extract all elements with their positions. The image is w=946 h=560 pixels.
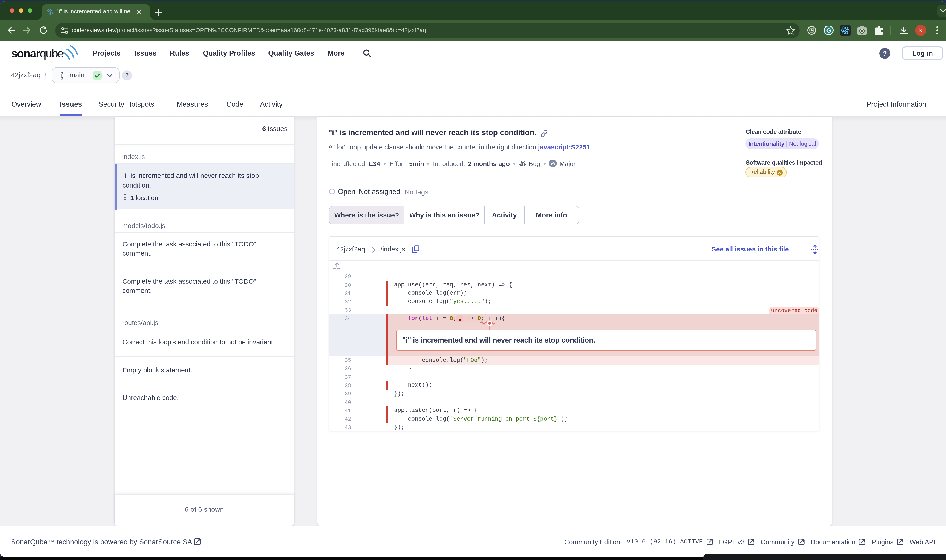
svg-text:G: G [826, 27, 831, 34]
